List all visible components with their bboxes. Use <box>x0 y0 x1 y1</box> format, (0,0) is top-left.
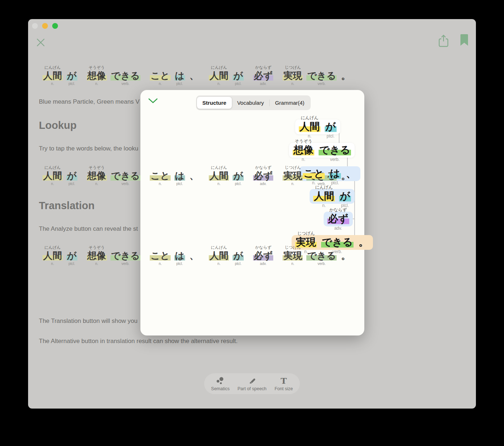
japanese-text: 必ず <box>327 213 349 225</box>
word-人間[interactable]: にんげん人間n. <box>299 115 320 139</box>
word-は[interactable]: はptcl. <box>174 165 185 186</box>
furigana <box>71 65 72 70</box>
phrase: ことn. はptcl. 、 <box>150 245 199 266</box>
word-必ず[interactable]: かならず必ずadv. <box>253 245 274 266</box>
japanese-text: こと <box>150 170 170 181</box>
word-、[interactable]: 、 <box>189 65 199 86</box>
word-想像[interactable]: そうぞう想像n. <box>293 138 314 163</box>
pos-label: adv. <box>260 81 266 86</box>
word-が[interactable]: がptcl. <box>66 65 77 86</box>
furigana: にんげん <box>301 115 318 121</box>
furigana <box>238 165 239 170</box>
pos-label <box>345 261 346 266</box>
word-こと[interactable]: ことn. <box>150 165 170 186</box>
word-実現[interactable]: じつげん実現n. <box>283 165 303 186</box>
analyze-paragraph: The Analyze button can reveal the st <box>39 225 138 233</box>
pos-label: n. <box>51 181 54 186</box>
tree-node[interactable]: じつげん実現n. できるverb. 。 <box>295 230 369 255</box>
pos-label: ptcl. <box>176 261 183 266</box>
word-は[interactable]: はptcl. <box>174 65 185 86</box>
japanese-text: 人間 <box>42 250 63 261</box>
word-こと[interactable]: ことn. <box>150 245 170 266</box>
word-人間[interactable]: にんげん人間n. <box>42 245 63 266</box>
furigana: かならず <box>329 207 347 213</box>
minimize-window-button[interactable] <box>42 23 48 29</box>
word-必ず[interactable]: かならず必ずadv. <box>253 65 274 86</box>
japanese-text: は <box>174 170 185 181</box>
japanese-text: は <box>174 250 185 261</box>
word-できる[interactable]: できるverb. <box>306 65 337 86</box>
word-が[interactable]: がptcl. <box>66 245 77 266</box>
tree-node[interactable]: かならず必ずadv. <box>327 207 349 231</box>
pos-label: n. <box>159 181 162 186</box>
tree-node[interactable]: にんげん人間n. がptcl. <box>313 184 351 209</box>
word-できる[interactable]: できるverb. <box>111 245 141 266</box>
tree-node[interactable]: にんげん人間n. がptcl. <box>299 115 337 139</box>
bookmark-button[interactable] <box>460 34 468 47</box>
share-button[interactable] <box>438 34 449 49</box>
pos-label: n. <box>304 248 308 255</box>
japanese-text: 必ず <box>253 250 274 261</box>
word-想像[interactable]: そうぞう想像n. <box>87 245 107 266</box>
word-できる[interactable]: できるverb. <box>111 165 141 186</box>
pos-label <box>345 81 346 86</box>
word-が[interactable]: がptcl. <box>325 115 337 139</box>
word-が[interactable]: がptcl. <box>233 65 244 86</box>
phrase: じつげん実現n. できるverb. 。 <box>283 65 351 86</box>
zoom-window-button[interactable] <box>52 23 58 29</box>
word-必ず[interactable]: かならず必ずadv. <box>327 207 349 231</box>
word-が[interactable]: がptcl. <box>233 245 244 266</box>
furigana <box>125 245 126 250</box>
furigana: そうぞう <box>89 245 105 250</box>
word-が[interactable]: がptcl. <box>66 165 77 186</box>
japanese-text: が <box>325 121 337 133</box>
semantics-button[interactable]: Sematics <box>204 377 236 391</box>
word-は[interactable]: はptcl. <box>174 245 185 266</box>
japanese-text: 実現 <box>295 236 317 248</box>
word-は[interactable]: はptcl. <box>329 162 341 186</box>
close-window-button[interactable] <box>32 23 38 29</box>
font-size-button[interactable]: T Font size <box>268 377 300 391</box>
word-。[interactable]: 。 <box>358 230 369 255</box>
tree-node[interactable]: そうぞう想像n. できるverb. <box>293 138 351 163</box>
tree-node-words: じつげん実現n. できるverb. 。 <box>295 230 369 255</box>
close-icon[interactable] <box>35 37 46 48</box>
word-こと[interactable]: ことn. <box>303 162 325 186</box>
pos-label: adv. <box>260 181 266 186</box>
word-実現[interactable]: じつげん実現n. <box>295 230 317 255</box>
pos-label: n. <box>217 81 220 86</box>
tree-node[interactable]: ことn. はptcl. 、 <box>303 162 357 186</box>
word-人間[interactable]: にんげん人間n. <box>42 165 63 186</box>
word-実現[interactable]: じつげん実現n. <box>283 65 303 86</box>
traffic-lights <box>32 23 58 29</box>
word-。[interactable]: 。 <box>340 65 351 86</box>
furigana: かならず <box>255 165 271 170</box>
word-が[interactable]: がptcl. <box>233 165 244 186</box>
furigana <box>160 65 161 70</box>
word-できる[interactable]: できるverb. <box>319 138 351 163</box>
word-人間[interactable]: にんげん人間n. <box>313 184 335 209</box>
furigana: にんげん <box>211 65 227 70</box>
japanese-text: 人間 <box>42 170 63 181</box>
word-できる[interactable]: できるverb. <box>111 65 141 86</box>
word-必ず[interactable]: かならず必ずadv. <box>253 165 274 186</box>
part-of-speech-button[interactable]: Part of speech <box>236 377 268 391</box>
word-想像[interactable]: そうぞう想像n. <box>87 165 107 186</box>
word-、[interactable]: 、 <box>345 162 357 186</box>
word-人間[interactable]: にんげん人間n. <box>42 65 63 86</box>
word-人間[interactable]: にんげん人間n. <box>209 65 229 86</box>
word-人間[interactable]: にんげん人間n. <box>209 245 229 266</box>
word-、[interactable]: 、 <box>189 245 199 266</box>
furigana <box>160 245 161 250</box>
word-人間[interactable]: にんげん人間n. <box>209 165 229 186</box>
word-想像[interactable]: そうぞう想像n. <box>87 65 107 86</box>
pos-label: n. <box>159 261 162 266</box>
word-が[interactable]: がptcl. <box>339 184 351 209</box>
furigana: かならず <box>255 245 271 250</box>
word-できる[interactable]: できるverb. <box>321 230 354 255</box>
pos-label: n. <box>51 261 54 266</box>
japanese-text: 、 <box>189 70 199 81</box>
word-、[interactable]: 、 <box>189 165 199 186</box>
word-こと[interactable]: ことn. <box>150 65 170 86</box>
japanese-text: 人間 <box>299 121 320 133</box>
